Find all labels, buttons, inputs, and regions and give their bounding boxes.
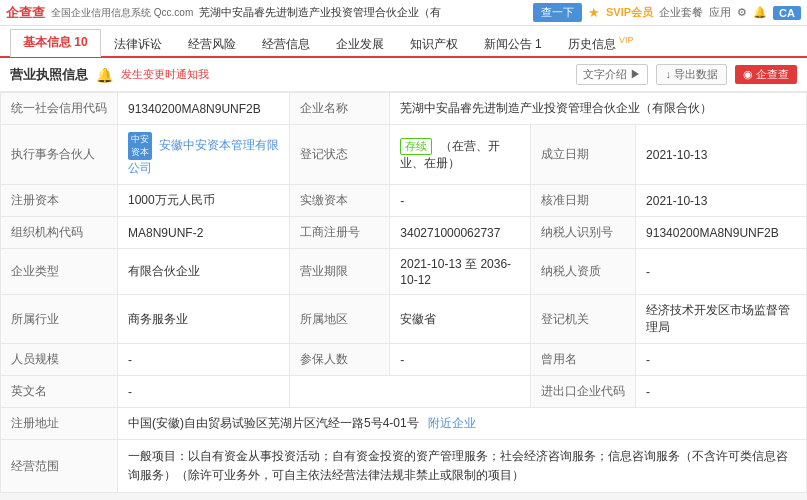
value-org-code: MA8N9UNF-2 [118, 217, 290, 249]
value-staff: - [118, 344, 290, 376]
value-tax-id: 91340200MA8N9UNF2B [636, 217, 807, 249]
value-insured: - [390, 344, 531, 376]
value-scope: 一般项目：以自有资金从事投资活动；自有资金投资的资产管理服务；社会经济咨询服务；… [118, 440, 807, 493]
bell-notice-icon: 🔔 [96, 67, 113, 83]
search-button[interactable]: 查一下 [533, 3, 582, 22]
company-title: 芜湖中安晶睿先进制造产业投资管理合伙企业（有 [199, 5, 527, 20]
tab-development[interactable]: 企业发展 [323, 31, 397, 57]
text-intro-button[interactable]: 文字介绍 ▶ [576, 64, 648, 85]
value-found-date: 2021-10-13 [636, 125, 807, 185]
label-eng-name: 英文名 [1, 376, 118, 408]
label-reg-capital: 注册资本 [1, 185, 118, 217]
value-actual-capital: - [390, 185, 531, 217]
value-industry: 商务服务业 [118, 295, 290, 344]
table-row: 执行事务合伙人 中安资本 安徽中安资本管理有限公司 登记状态 存续 （在营、开业… [1, 125, 807, 185]
status-badge: 存续 [400, 138, 432, 155]
slogan: 全国企业信用信息系统 Qcc.com [51, 6, 193, 20]
table-row: 企业类型 有限合伙企业 营业期限 2021-10-13 至 2036-10-12… [1, 249, 807, 295]
empty-cell [290, 376, 531, 408]
value-company-name: 芜湖中安晶睿先进制造产业投资管理合伙企业（有限合伙） [390, 93, 807, 125]
section-header-actions: 文字介绍 ▶ ↓ 导出数据 ◉ 企查查 [576, 64, 797, 85]
value-address: 中国(安徽)自由贸易试验区芜湖片区汽经一路5号4-01号 附近企业 [118, 408, 807, 440]
svip-icon: ★ [588, 5, 600, 20]
value-exec-partner: 中安资本 安徽中安资本管理有限公司 [118, 125, 290, 185]
label-industry: 所属行业 [1, 295, 118, 344]
table-row: 人员规模 - 参保人数 - 曾用名 - [1, 344, 807, 376]
value-reg-office: 经济技术开发区市场监督管理局 [636, 295, 807, 344]
tab-ip[interactable]: 知识产权 [397, 31, 471, 57]
svip-label[interactable]: SVIP会员 [606, 5, 653, 20]
label-found-date: 成立日期 [531, 125, 636, 185]
value-reg-status: 存续 （在营、开业、在册） [390, 125, 531, 185]
table-row: 注册地址 中国(安徽)自由贸易试验区芜湖片区汽经一路5号4-01号 附近企业 [1, 408, 807, 440]
label-import-export: 进出口企业代码 [531, 376, 636, 408]
label-former-name: 曾用名 [531, 344, 636, 376]
tab-news[interactable]: 新闻公告 1 [471, 31, 555, 57]
tab-basic-info[interactable]: 基本信息 10 [10, 29, 101, 57]
table-row: 英文名 - 进出口企业代码 - [1, 376, 807, 408]
label-reg-status: 登记状态 [290, 125, 390, 185]
top-bar: 企查查 全国企业信用信息系统 Qcc.com 芜湖中安晶睿先进制造产业投资管理合… [0, 0, 807, 26]
nav-tabs: 基本信息 10 法律诉讼 经营风险 经营信息 企业发展 知识产权 新闻公告 1 … [0, 26, 807, 58]
label-org-code: 组织机构代码 [1, 217, 118, 249]
section-title: 营业执照信息 [10, 66, 88, 84]
label-address: 注册地址 [1, 408, 118, 440]
logo: 企查查 [6, 4, 45, 22]
label-region: 所属地区 [290, 295, 390, 344]
bell-icon: 🔔 [753, 6, 767, 19]
export-button[interactable]: ↓ 导出数据 [656, 64, 727, 85]
value-import-export: - [636, 376, 807, 408]
label-reg-office: 登记机关 [531, 295, 636, 344]
enterprise-suite[interactable]: 企业套餐 [659, 5, 703, 20]
label-exec-partner: 执行事务合伙人 [1, 125, 118, 185]
table-row: 组织机构代码 MA8N9UNF-2 工商注册号 340271000062737 … [1, 217, 807, 249]
tab-operation[interactable]: 经营信息 [249, 31, 323, 57]
section-header: 营业执照信息 🔔 发生变更时通知我 文字介绍 ▶ ↓ 导出数据 ◉ 企查查 [0, 58, 807, 92]
value-approve-date: 2021-10-13 [636, 185, 807, 217]
label-actual-capital: 实缴资本 [290, 185, 390, 217]
ca-badge: CA [773, 6, 801, 20]
value-taxpayer-quality: - [636, 249, 807, 295]
table-row: 所属行业 商务服务业 所属地区 安徽省 登记机关 经济技术开发区市场监督管理局 [1, 295, 807, 344]
settings-icon: ⚙ [737, 6, 747, 19]
tab-history[interactable]: 历史信息 VIP [555, 30, 647, 57]
label-ent-type: 企业类型 [1, 249, 118, 295]
tab-legal[interactable]: 法律诉讼 [101, 31, 175, 57]
label-insured: 参保人数 [290, 344, 390, 376]
value-former-name: - [636, 344, 807, 376]
tab-risk[interactable]: 经营风险 [175, 31, 249, 57]
table-row: 注册资本 1000万元人民币 实缴资本 - 核准日期 2021-10-13 [1, 185, 807, 217]
exec-badge: 中安资本 [128, 132, 152, 160]
value-biz-reg: 340271000062737 [390, 217, 531, 249]
table-row: 统一社会信用代码 91340200MA8N9UNF2B 企业名称 芜湖中安晶睿先… [1, 93, 807, 125]
label-approve-date: 核准日期 [531, 185, 636, 217]
label-biz-reg: 工商注册号 [290, 217, 390, 249]
qcc-button[interactable]: ◉ 企查查 [735, 65, 797, 84]
value-biz-period: 2021-10-13 至 2036-10-12 [390, 249, 531, 295]
value-reg-capital: 1000万元人民币 [118, 185, 290, 217]
nearby-companies-link[interactable]: 附近企业 [428, 416, 476, 430]
table-row: 经营范围 一般项目：以自有资金从事投资活动；自有资金投资的资产管理服务；社会经济… [1, 440, 807, 493]
change-notice[interactable]: 发生变更时通知我 [121, 67, 209, 82]
label-company-name: 企业名称 [290, 93, 390, 125]
app-label[interactable]: 应用 [709, 5, 731, 20]
value-credit-code: 91340200MA8N9UNF2B [118, 93, 290, 125]
label-biz-period: 营业期限 [290, 249, 390, 295]
label-scope: 经营范围 [1, 440, 118, 493]
label-credit-code: 统一社会信用代码 [1, 93, 118, 125]
info-table: 统一社会信用代码 91340200MA8N9UNF2B 企业名称 芜湖中安晶睿先… [0, 92, 807, 493]
value-eng-name: - [118, 376, 290, 408]
value-ent-type: 有限合伙企业 [118, 249, 290, 295]
label-taxpayer-quality: 纳税人资质 [531, 249, 636, 295]
vip-badge: VIP [619, 35, 634, 45]
value-region: 安徽省 [390, 295, 531, 344]
label-tax-id: 纳税人识别号 [531, 217, 636, 249]
label-staff: 人员规模 [1, 344, 118, 376]
